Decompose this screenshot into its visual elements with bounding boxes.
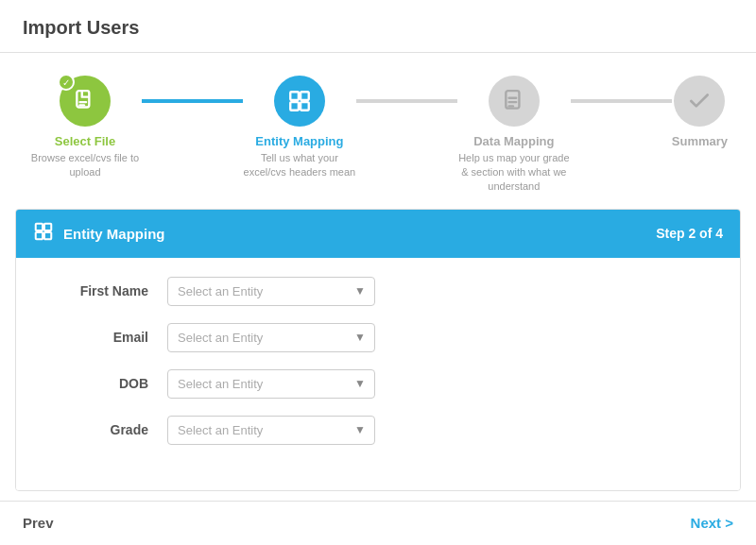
svg-rect-13 xyxy=(36,231,43,238)
svg-rect-6 xyxy=(301,102,309,111)
step-label-select-file: Select File xyxy=(55,134,115,148)
form-row-dob: DOB Select an Entity ▼ xyxy=(73,369,702,399)
form-row-email: Email Select an Entity ▼ xyxy=(73,323,702,352)
select-wrapper-grade: Select an Entity ▼ xyxy=(167,416,375,445)
select-wrapper-email: Select an Entity ▼ xyxy=(167,323,375,352)
page-footer: Prev Next > xyxy=(0,501,756,544)
prev-button[interactable]: Prev xyxy=(23,515,54,531)
stepper: ✓ Select File Browse excel/cvs file to u… xyxy=(0,53,756,209)
panel-body: First Name Select an Entity ▼ Email Sele… xyxy=(16,258,740,490)
select-wrapper-firstname: Select an Entity ▼ xyxy=(167,277,375,306)
svg-rect-12 xyxy=(44,223,51,230)
svg-rect-3 xyxy=(290,92,299,100)
completed-badge: ✓ xyxy=(58,74,75,91)
label-dob: DOB xyxy=(73,376,167,391)
entity-mapping-panel: Entity Mapping Step 2 of 4 First Name Se… xyxy=(15,209,741,491)
page-header: Import Users xyxy=(0,0,756,53)
connector-2 xyxy=(356,99,457,103)
step-label-summary: Summary xyxy=(672,134,728,148)
step-desc-entity-mapping: Tell us what your excel/cvs headers mean xyxy=(243,151,356,179)
connector-1 xyxy=(142,99,243,103)
step-desc-data-mapping: Help us map your grade & section with wh… xyxy=(457,151,571,194)
form-row-firstname: First Name Select an Entity ▼ xyxy=(73,277,702,306)
svg-rect-5 xyxy=(290,102,299,111)
step-summary: Summary xyxy=(672,76,728,148)
step-label-entity-mapping: Entity Mapping xyxy=(255,134,343,148)
label-firstname: First Name xyxy=(73,283,167,298)
select-grade[interactable]: Select an Entity xyxy=(167,416,375,445)
step-entity-mapping: Entity Mapping Tell us what your excel/c… xyxy=(243,76,356,179)
select-dob[interactable]: Select an Entity xyxy=(167,369,375,399)
step-circle-summary xyxy=(674,76,725,127)
step-data-mapping: Data Mapping Help us map your grade & se… xyxy=(457,76,571,194)
step-circle-entity-mapping xyxy=(274,76,325,127)
select-email[interactable]: Select an Entity xyxy=(167,323,375,352)
label-email: Email xyxy=(73,330,167,345)
svg-rect-14 xyxy=(44,231,51,238)
label-grade: Grade xyxy=(73,422,167,437)
next-button[interactable]: Next > xyxy=(691,515,733,531)
svg-rect-11 xyxy=(36,223,43,230)
step-desc-select-file: Browse excel/cvs file to upload xyxy=(28,151,142,179)
page-title: Import Users xyxy=(23,17,733,39)
step-circle-data-mapping xyxy=(489,76,540,127)
select-firstname[interactable]: Select an Entity xyxy=(167,277,375,306)
svg-rect-4 xyxy=(301,92,309,100)
panel-header-icon xyxy=(33,221,54,247)
select-wrapper-dob: Select an Entity ▼ xyxy=(167,369,375,399)
form-row-grade: Grade Select an Entity ▼ xyxy=(73,416,702,445)
page-container: Import Users ✓ Select File Browse excel/… xyxy=(0,0,756,545)
connector-3 xyxy=(571,99,672,103)
step-label-data-mapping: Data Mapping xyxy=(473,134,554,148)
panel-header-left: Entity Mapping xyxy=(33,221,165,247)
step-select-file: ✓ Select File Browse excel/cvs file to u… xyxy=(28,76,142,179)
panel-step-label: Step 2 of 4 xyxy=(656,226,723,241)
panel-header: Entity Mapping Step 2 of 4 xyxy=(16,210,740,258)
panel-title: Entity Mapping xyxy=(63,226,165,242)
